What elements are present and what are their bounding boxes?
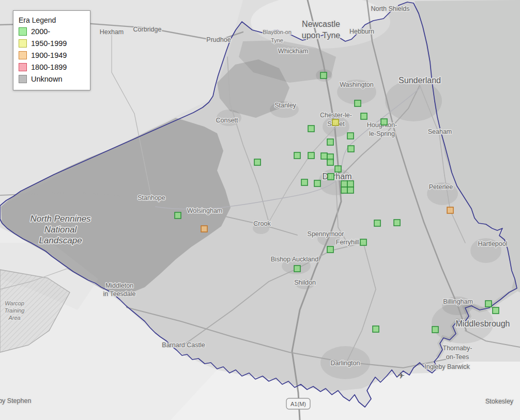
era-marker-e1900[interactable] xyxy=(201,226,207,232)
era-marker-e1950[interactable] xyxy=(332,119,339,126)
legend-swatch-e1900 xyxy=(19,51,27,59)
map-label-ingleby-barwick: Ingleby Barwick xyxy=(424,363,470,370)
map-label-hartlepool: Hartlepool xyxy=(478,240,508,247)
map-label-consett: Consett xyxy=(216,117,238,124)
legend-label: 1900-1949 xyxy=(31,51,67,59)
legend-entry-e1800: 1800-1899 xyxy=(19,63,85,71)
legend-entry-e1950: 1950-1999 xyxy=(19,39,85,48)
era-marker-e2000[interactable] xyxy=(321,153,327,159)
era-marker-e2000[interactable] xyxy=(374,220,380,226)
map-label-hebburn: Hebburn xyxy=(349,28,374,35)
legend-swatch-unknown xyxy=(19,75,27,83)
map-label-durham: Durham xyxy=(323,172,352,181)
airport-icon: ✈ xyxy=(397,371,405,381)
map-label-peterlee: Peterlee xyxy=(429,183,453,191)
map-label-kirkby-stephen: Kirkby Stephen xyxy=(0,397,31,405)
era-marker-e2000[interactable] xyxy=(314,180,320,186)
map-label-prudhoe: Prudhoe xyxy=(206,36,231,43)
era-marker-e2000[interactable] xyxy=(327,139,333,145)
era-marker-e2000[interactable] xyxy=(493,307,499,314)
era-marker-e2000[interactable] xyxy=(327,246,333,253)
era-marker-e2000[interactable] xyxy=(294,266,300,272)
map-label-whickham: Whickham xyxy=(278,48,308,55)
era-marker-e2000[interactable] xyxy=(355,100,361,106)
map-label-corbridge: Corbridge xyxy=(133,26,162,33)
legend-label: 1950-1999 xyxy=(31,39,67,48)
map-label-darlington: Darlington xyxy=(331,360,360,367)
era-marker-e2000[interactable] xyxy=(485,301,492,307)
era-marker-e2000[interactable] xyxy=(294,152,300,159)
era-marker-e2000[interactable] xyxy=(301,179,308,185)
era-marker-e2000[interactable] xyxy=(341,181,347,187)
map-label-stokesley: Stokesley xyxy=(485,398,514,405)
era-marker-e2000[interactable] xyxy=(347,187,354,193)
legend-title: Era Legend xyxy=(19,16,85,24)
map-label-spennymoor: Spennymoor xyxy=(308,230,344,238)
era-marker-e2000[interactable] xyxy=(347,181,354,187)
era-marker-e2000[interactable] xyxy=(175,212,181,219)
legend-swatch-e1950 xyxy=(19,39,27,48)
era-marker-e2000[interactable] xyxy=(254,159,261,165)
legend-swatch-e1800 xyxy=(19,63,27,71)
legend-swatch-e2000 xyxy=(19,27,27,36)
legend-entry-e1900: 1900-1949 xyxy=(19,51,85,59)
legend-label: 2000- xyxy=(31,27,50,36)
map-label-hexham: Hexham xyxy=(100,28,124,36)
map-label-billingham: Billingham xyxy=(443,298,473,305)
legend-entries: 2000-1950-19991900-19491800-1899Unknown xyxy=(19,27,85,83)
map-label-seaham: Seaham xyxy=(428,128,452,135)
era-marker-e1900[interactable] xyxy=(447,207,453,213)
map-label-stanley: Stanley xyxy=(274,102,296,109)
map-label-washington: Washington xyxy=(340,81,374,88)
map-label-middlesbrough: Middlesbrough xyxy=(456,319,510,328)
map-label-wolsingham: Wolsingham xyxy=(187,207,223,214)
road-badge-label: A1(M) xyxy=(290,401,306,407)
map-label-ferryhill: Ferryhill xyxy=(336,239,359,246)
era-marker-e2000[interactable] xyxy=(432,326,438,333)
map-label-sunderland: Sunderland xyxy=(399,76,441,85)
era-marker-e2000[interactable] xyxy=(335,166,341,172)
era-marker-e2000[interactable] xyxy=(394,220,400,226)
legend-label: Unknown xyxy=(31,75,62,83)
era-marker-e2000[interactable] xyxy=(347,133,354,139)
era-legend-panel: Era Legend 2000-1950-19991900-19491800-1… xyxy=(13,10,90,90)
legend-entry-e2000: 2000- xyxy=(19,27,85,36)
era-marker-e2000[interactable] xyxy=(328,174,334,180)
map-label-shildon: Shildon xyxy=(294,279,316,286)
era-marker-e2000[interactable] xyxy=(381,119,387,125)
era-marker-e2000[interactable] xyxy=(327,159,333,165)
era-marker-e2000[interactable] xyxy=(320,72,327,79)
road-badge: A1(M) xyxy=(286,398,310,409)
era-marker-e2000[interactable] xyxy=(308,126,314,132)
map-label-bishop-auckland: Bishop Auckland xyxy=(271,256,318,263)
era-marker-e2000[interactable] xyxy=(348,146,354,152)
era-marker-e2000[interactable] xyxy=(361,113,367,119)
legend-entry-unknown: Unknown xyxy=(19,75,85,83)
legend-label: 1800-1899 xyxy=(31,63,67,71)
era-marker-e2000[interactable] xyxy=(308,152,314,159)
era-marker-e2000[interactable] xyxy=(373,326,379,332)
map-label-stanhope: Stanhope xyxy=(137,194,165,201)
map-label-crook: Crook xyxy=(253,220,271,227)
map-label-barnard-castle: Barnard Castle xyxy=(162,341,205,349)
era-marker-e2000[interactable] xyxy=(341,187,347,193)
map-label-north-shields: North Shields xyxy=(371,5,409,12)
era-marker-e2000[interactable] xyxy=(360,239,366,245)
